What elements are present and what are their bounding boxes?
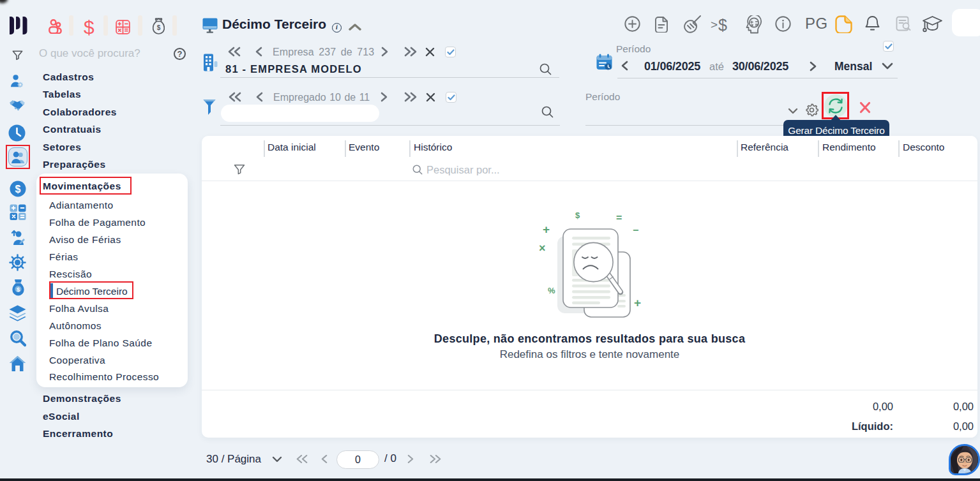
svg-text:%: % — [548, 286, 555, 295]
svg-text:$: $ — [15, 184, 21, 195]
svg-text:+: + — [634, 296, 641, 309]
svg-text:$: $ — [17, 286, 20, 293]
svg-text:×: × — [539, 242, 546, 255]
svg-text:=: = — [616, 212, 622, 223]
svg-text:$: $ — [157, 24, 161, 31]
svg-text:+: + — [543, 223, 550, 236]
svg-text:$: $ — [575, 211, 580, 220]
svg-text:−: − — [633, 225, 638, 235]
